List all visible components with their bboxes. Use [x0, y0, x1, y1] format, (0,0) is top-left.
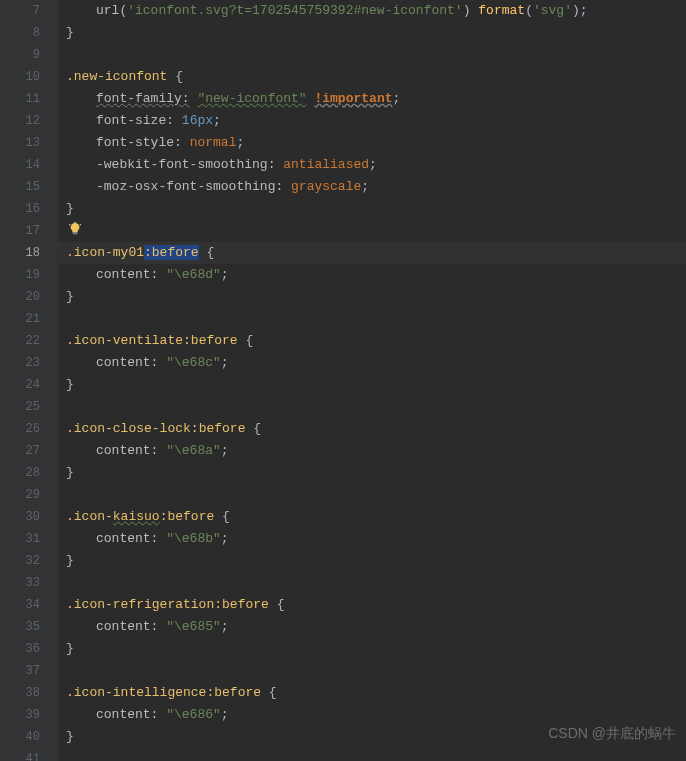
line-number: 30: [0, 506, 40, 528]
css-property: content:: [96, 707, 166, 722]
css-pseudo: :before: [214, 597, 269, 612]
line-number: 7: [0, 0, 40, 22]
css-selector: .icon-: [66, 509, 113, 524]
line-number: 38: [0, 682, 40, 704]
css-property: content:: [96, 355, 166, 370]
css-property: content:: [96, 619, 166, 634]
code-line[interactable]: .icon-ventilate:before {: [58, 330, 686, 352]
css-property: content:: [96, 267, 166, 282]
line-number-gutter: 7 8 9 10 11 12 13 14 15 16 17 18 19 20 2…: [0, 0, 58, 761]
lightbulb-icon[interactable]: [68, 222, 82, 236]
code-line[interactable]: .icon-refrigeration:before {: [58, 594, 686, 616]
css-pseudo-selected: :before: [144, 245, 199, 260]
css-value: "\e68b": [166, 531, 221, 546]
line-number: 36: [0, 638, 40, 660]
css-property: font-size:: [96, 113, 182, 128]
css-selector-typo: kaisuo: [113, 509, 160, 524]
code-line[interactable]: -moz-osx-font-smoothing: grayscale;: [58, 176, 686, 198]
css-selector: .icon-ventilate: [66, 333, 183, 348]
code-line[interactable]: font-style: normal;: [58, 132, 686, 154]
css-property: -moz-osx-font-smoothing:: [96, 179, 291, 194]
css-brace: }: [66, 377, 74, 392]
css-pseudo: :before: [160, 509, 215, 524]
code-line[interactable]: [58, 220, 686, 242]
code-line[interactable]: [58, 396, 686, 418]
svg-rect-0: [73, 233, 77, 235]
css-string: 'iconfont.svg?t=1702545759392#new-iconfo…: [127, 3, 462, 18]
code-line[interactable]: }: [58, 374, 686, 396]
line-number: 12: [0, 110, 40, 132]
code-line[interactable]: content: "\e68a";: [58, 440, 686, 462]
css-string: 'svg': [533, 3, 572, 18]
code-line[interactable]: [58, 484, 686, 506]
code-line[interactable]: content: "\e685";: [58, 616, 686, 638]
code-line[interactable]: content: "\e68d";: [58, 264, 686, 286]
css-property: content:: [96, 443, 166, 458]
css-property: font-style:: [96, 135, 190, 150]
line-number: 15: [0, 176, 40, 198]
line-number: 39: [0, 704, 40, 726]
code-line[interactable]: }: [58, 638, 686, 660]
line-number-current: 18: [0, 242, 40, 264]
line-number: 34: [0, 594, 40, 616]
line-number: 14: [0, 154, 40, 176]
line-number: 20: [0, 286, 40, 308]
css-value: normal: [190, 135, 237, 150]
css-selector: .icon-my01: [66, 245, 144, 260]
css-selector: .icon-close-lock: [66, 421, 191, 436]
code-line[interactable]: }: [58, 550, 686, 572]
code-line[interactable]: content: "\e68b";: [58, 528, 686, 550]
line-number: 17: [0, 220, 40, 242]
line-number: 22: [0, 330, 40, 352]
css-value: "\e68a": [166, 443, 221, 458]
code-line[interactable]: font-family: "new-iconfont" !important;: [58, 88, 686, 110]
line-number: 13: [0, 132, 40, 154]
css-value: antialiased: [283, 157, 369, 172]
css-selector: .icon-refrigeration: [66, 597, 214, 612]
code-line[interactable]: .icon-close-lock:before {: [58, 418, 686, 440]
css-value: "\e68d": [166, 267, 221, 282]
css-function: format: [478, 3, 525, 18]
css-value: 16px: [182, 113, 213, 128]
code-line[interactable]: -webkit-font-smoothing: antialiased;: [58, 154, 686, 176]
code-editor[interactable]: 7 8 9 10 11 12 13 14 15 16 17 18 19 20 2…: [0, 0, 686, 761]
line-number: 8: [0, 22, 40, 44]
code-line[interactable]: }: [58, 22, 686, 44]
code-line[interactable]: [58, 748, 686, 761]
code-line-current[interactable]: .icon-my01:before {: [58, 242, 686, 264]
line-number: 32: [0, 550, 40, 572]
line-number: 11: [0, 88, 40, 110]
code-line[interactable]: [58, 660, 686, 682]
code-line[interactable]: font-size: 16px;: [58, 110, 686, 132]
code-line[interactable]: [58, 44, 686, 66]
code-line[interactable]: [58, 572, 686, 594]
line-number: 27: [0, 440, 40, 462]
css-brace: }: [66, 553, 74, 568]
code-line[interactable]: }: [58, 198, 686, 220]
css-brace: }: [66, 729, 74, 744]
css-value: grayscale: [291, 179, 361, 194]
code-line[interactable]: .icon-intelligence:before {: [58, 682, 686, 704]
css-brace: }: [66, 465, 74, 480]
line-number: 10: [0, 66, 40, 88]
code-line[interactable]: .new-iconfont {: [58, 66, 686, 88]
code-line[interactable]: [58, 308, 686, 330]
css-important: !important: [314, 91, 392, 106]
line-number: 9: [0, 44, 40, 66]
svg-point-2: [80, 224, 81, 225]
css-brace: }: [66, 641, 74, 656]
code-content[interactable]: url('iconfont.svg?t=1702545759392#new-ic…: [58, 0, 686, 761]
code-line[interactable]: .icon-kaisuo:before {: [58, 506, 686, 528]
code-line[interactable]: }: [58, 726, 686, 748]
css-pseudo: :before: [206, 685, 261, 700]
line-number: 25: [0, 396, 40, 418]
css-selector: .icon-intelligence: [66, 685, 206, 700]
code-line[interactable]: content: "\e686";: [58, 704, 686, 726]
css-value: "new-iconfont": [197, 91, 306, 106]
code-line[interactable]: url('iconfont.svg?t=1702545759392#new-ic…: [58, 0, 686, 22]
code-line[interactable]: }: [58, 286, 686, 308]
css-property: font-family:: [96, 91, 190, 106]
line-number: 26: [0, 418, 40, 440]
code-line[interactable]: content: "\e68c";: [58, 352, 686, 374]
code-line[interactable]: }: [58, 462, 686, 484]
